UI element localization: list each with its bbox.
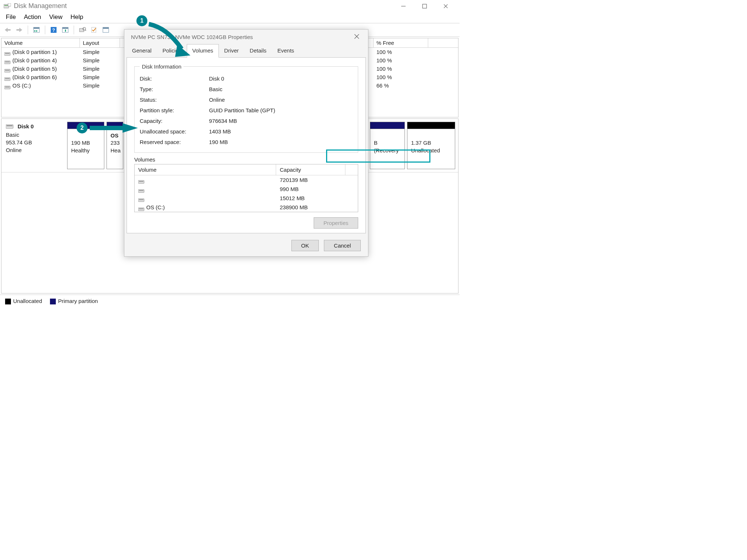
- dlg-volume-capacity: 238900 MB: [276, 203, 358, 212]
- app-icon: [4, 3, 11, 9]
- dlg-col-capacity[interactable]: Capacity: [276, 164, 345, 175]
- close-button[interactable]: [438, 4, 453, 9]
- maximize-button[interactable]: [417, 4, 432, 9]
- label-reserved: Reserved space:: [140, 139, 209, 145]
- disk-icon: [4, 67, 11, 71]
- disk-icon: [138, 197, 145, 201]
- svg-rect-19: [65, 30, 66, 32]
- help-icon[interactable]: ?: [49, 25, 58, 35]
- col-free[interactable]: % Free: [374, 38, 428, 47]
- dialog-close-button[interactable]: [351, 33, 362, 41]
- volume-layout: Simple: [80, 56, 120, 65]
- volume-free: 100 %: [374, 73, 428, 81]
- disk-status: Online: [6, 147, 22, 153]
- label-partition-style: Partition style:: [140, 107, 209, 113]
- svg-rect-28: [4, 61, 10, 64]
- toolbar-icon-2[interactable]: [61, 25, 70, 35]
- svg-marker-7: [5, 28, 8, 32]
- tab-details[interactable]: Details: [244, 44, 272, 58]
- minimize-button[interactable]: [396, 4, 411, 9]
- list-item[interactable]: 720139 MB: [135, 175, 358, 184]
- menu-help[interactable]: Help: [70, 13, 83, 21]
- disk-icon: [138, 206, 145, 210]
- disk-information-group: Disk Information Disk:Disk 0 Type:Basic …: [134, 63, 358, 153]
- svg-line-22: [85, 30, 86, 31]
- value-status: Online: [209, 97, 225, 103]
- list-item[interactable]: 990 MB: [135, 184, 358, 194]
- volume-free: 100 %: [374, 65, 428, 73]
- cancel-button[interactable]: Cancel: [324, 240, 361, 251]
- tab-events[interactable]: Events: [272, 44, 299, 58]
- svg-rect-27: [5, 53, 9, 54]
- svg-rect-18: [62, 27, 68, 29]
- disk-icon: [4, 84, 11, 88]
- dlg-volume-capacity: 990 MB: [276, 184, 358, 194]
- svg-rect-10: [16, 29, 19, 31]
- legend-primary: Primary partition: [58, 298, 98, 304]
- toolbar-icon-1[interactable]: [32, 25, 41, 35]
- disk-icon: [138, 179, 145, 182]
- volume-name: OS (C:): [12, 82, 31, 89]
- swatch-unallocated: [5, 299, 11, 304]
- label-unallocated: Unallocated space:: [140, 128, 209, 135]
- disk-icon: [4, 59, 11, 63]
- volume-name: (Disk 0 partition 6): [12, 74, 57, 80]
- label-type: Type:: [140, 86, 209, 92]
- svg-rect-14: [36, 30, 37, 32]
- partition-stripe: [370, 122, 405, 129]
- back-button[interactable]: [3, 25, 12, 35]
- svg-rect-23: [92, 27, 96, 32]
- svg-rect-30: [4, 69, 10, 72]
- dlg-volume-name: OS (C:): [146, 204, 165, 210]
- menu-action[interactable]: Action: [24, 13, 41, 21]
- toolbar-icon-3[interactable]: [78, 25, 87, 35]
- svg-rect-46: [138, 208, 144, 211]
- properties-dialog: NVMe PC SN730 NVMe WDC 1024GB Properties…: [124, 29, 368, 257]
- app-title: Disk Management: [14, 2, 67, 10]
- forward-button[interactable]: [15, 25, 24, 35]
- list-item[interactable]: OS (C:)238900 MB: [135, 203, 358, 212]
- partition-size: 233: [111, 139, 119, 147]
- volume-name: (Disk 0 partition 5): [12, 66, 57, 72]
- tab-driver[interactable]: Driver: [219, 44, 244, 58]
- toolbar-icon-4[interactable]: [89, 25, 99, 35]
- disk-info[interactable]: Disk 0 Basic 953.74 GB Online: [1, 119, 67, 172]
- disk-icon: [6, 123, 14, 131]
- svg-rect-40: [138, 180, 144, 183]
- svg-rect-31: [5, 70, 9, 71]
- menu-view[interactable]: View: [49, 13, 63, 21]
- svg-rect-42: [138, 190, 144, 192]
- svg-rect-34: [4, 86, 10, 89]
- label-capacity: Capacity:: [140, 118, 209, 124]
- dlg-volume-capacity: 720139 MB: [276, 175, 358, 184]
- svg-rect-13: [34, 30, 35, 32]
- label-status: Status:: [140, 97, 209, 103]
- partition-size: 1.37 GB: [411, 139, 451, 147]
- volume-free: 100 %: [374, 48, 428, 56]
- disk-type: Basic: [6, 132, 19, 138]
- list-item[interactable]: 15012 MB: [135, 194, 358, 203]
- disk-icon: [138, 188, 145, 191]
- svg-text:?: ?: [52, 27, 55, 33]
- toolbar-icon-5[interactable]: [101, 25, 111, 35]
- svg-rect-47: [139, 209, 143, 209]
- col-layout[interactable]: Layout: [80, 38, 120, 47]
- dlg-col-volume[interactable]: Volume: [135, 164, 276, 175]
- svg-rect-4: [423, 4, 427, 8]
- svg-rect-33: [5, 78, 9, 79]
- svg-rect-1: [4, 5, 8, 6]
- partition-status: Healthy: [71, 147, 100, 154]
- svg-rect-43: [139, 190, 143, 191]
- dialog-volume-list[interactable]: Volume Capacity 720139 MB990 MB15012 MBO…: [134, 164, 358, 212]
- col-volume[interactable]: Volume: [1, 38, 80, 47]
- volume-layout: Simple: [80, 48, 120, 56]
- menu-file[interactable]: File: [6, 13, 16, 21]
- svg-rect-41: [139, 181, 143, 182]
- legend-unallocated: Unallocated: [13, 298, 42, 304]
- value-type: Basic: [209, 86, 222, 92]
- svg-marker-50: [123, 123, 138, 133]
- ok-button[interactable]: OK: [291, 240, 319, 251]
- value-capacity: 976634 MB: [209, 118, 237, 124]
- volume-layout: Simple: [80, 73, 120, 81]
- dlg-volume-capacity: 15012 MB: [276, 194, 358, 203]
